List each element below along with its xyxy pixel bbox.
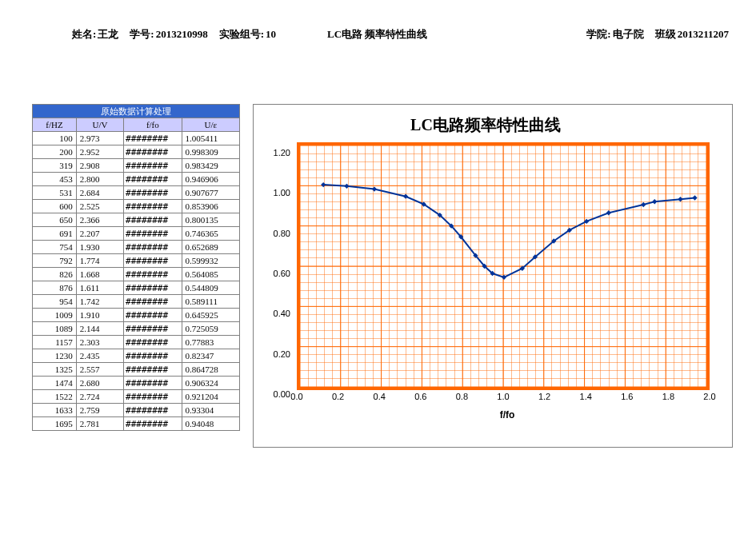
cell-ffo: ######## xyxy=(124,404,182,417)
cell-ffo: ######## xyxy=(124,159,182,173)
cell-uv: 2.724 xyxy=(76,390,123,404)
x-tick: 0.6 xyxy=(414,392,426,401)
cell-ue: 0.599932 xyxy=(182,254,239,268)
name-label: 姓名: xyxy=(72,27,96,42)
table-row: 14742.680########0.906324 xyxy=(33,377,240,390)
cell-fhz: 1633 xyxy=(33,404,77,417)
group-label: 实验组号: xyxy=(219,27,264,42)
cell-fhz: 1157 xyxy=(33,336,77,349)
cell-ffo: ######## xyxy=(124,213,182,227)
cell-ue: 0.921204 xyxy=(182,390,239,404)
cell-uv: 2.781 xyxy=(76,417,123,431)
cell-ue: 0.93304 xyxy=(182,404,239,417)
y-tick: 1.00 xyxy=(274,188,290,197)
cell-fhz: 531 xyxy=(33,186,77,200)
sid-value: 2013210998 xyxy=(156,28,208,41)
table-row: 4532.800########0.946906 xyxy=(33,173,240,186)
group-value: 10 xyxy=(266,28,276,41)
cell-ue: 0.864728 xyxy=(182,363,239,377)
cell-uv: 2.952 xyxy=(76,145,123,159)
table-row: 9541.742########0.589111 xyxy=(33,295,240,309)
cell-ffo: ######## xyxy=(124,336,182,349)
cell-uv: 2.366 xyxy=(76,213,123,227)
cell-ue: 0.906324 xyxy=(182,377,239,390)
cell-ffo: ######## xyxy=(124,322,182,336)
doc-title: LC电路 频率特性曲线 xyxy=(327,27,427,42)
col-ue: U/ε xyxy=(182,118,239,132)
cell-ue: 0.94048 xyxy=(182,417,239,431)
x-tick: 0.8 xyxy=(456,392,468,401)
y-tick: 0.00 xyxy=(274,389,290,399)
x-tick: 0.0 xyxy=(290,392,302,401)
cell-fhz: 650 xyxy=(33,213,77,227)
col-uv: U/V xyxy=(76,118,123,132)
cell-ue: 0.998309 xyxy=(182,145,239,159)
x-tick: 1.6 xyxy=(621,392,633,401)
table-row: 1002.973########1.005411 xyxy=(33,132,240,145)
cell-ue: 1.005411 xyxy=(182,132,239,145)
cell-ue: 0.983429 xyxy=(182,159,239,173)
page-header: 姓名: 王龙 学号: 2013210998 实验组号: 10 LC电路 频率特性… xyxy=(0,0,756,42)
y-tick: 0.80 xyxy=(274,229,290,238)
cell-ffo: ######## xyxy=(124,227,182,241)
cell-uv: 1.910 xyxy=(76,309,123,322)
main-content: 原始数据计算处理 f/HZ U/V f/fo U/ε 1002.973#####… xyxy=(0,42,756,448)
cell-ffo: ######## xyxy=(124,254,182,268)
cell-ue: 0.544809 xyxy=(182,281,239,295)
table-row: 15222.724########0.921204 xyxy=(33,390,240,404)
cell-fhz: 792 xyxy=(33,254,77,268)
cell-ffo: ######## xyxy=(124,363,182,377)
x-axis-ticks: 0.00.20.40.60.81.01.21.41.61.82.0 xyxy=(297,390,710,401)
cell-ue: 0.907677 xyxy=(182,186,239,200)
cell-ue: 0.746365 xyxy=(182,227,239,241)
x-tick: 1.4 xyxy=(580,392,592,401)
cell-fhz: 319 xyxy=(33,159,77,173)
class-value: 2013211207 xyxy=(678,28,729,41)
cell-ffo: ######## xyxy=(124,132,182,145)
cell-ffo: ######## xyxy=(124,377,182,390)
table-row: 8761.611########0.544809 xyxy=(33,281,240,295)
cell-fhz: 1089 xyxy=(33,322,77,336)
cell-ue: 0.800135 xyxy=(182,213,239,227)
x-tick: 0.4 xyxy=(374,392,386,401)
cell-uv: 2.144 xyxy=(76,322,123,336)
cell-ue: 0.82347 xyxy=(182,349,239,363)
college-value: 电子院 xyxy=(613,27,644,42)
table-row: 10892.144########0.725059 xyxy=(33,322,240,336)
cell-ffo: ######## xyxy=(124,173,182,186)
table-row: 6002.525########0.853906 xyxy=(33,200,240,213)
table-row: 2002.952########0.998309 xyxy=(33,145,240,159)
cell-ue: 0.564085 xyxy=(182,268,239,281)
x-tick: 2.0 xyxy=(703,392,715,401)
cell-fhz: 453 xyxy=(33,173,77,186)
cell-uv: 1.611 xyxy=(76,281,123,295)
cell-uv: 1.668 xyxy=(76,268,123,281)
y-axis-ticks: 0.000.200.400.600.801.001.20 xyxy=(254,149,294,397)
cell-uv: 2.435 xyxy=(76,349,123,363)
cell-fhz: 100 xyxy=(33,132,77,145)
cell-fhz: 1695 xyxy=(33,417,77,431)
table-section-header: 原始数据计算处理 xyxy=(33,105,240,118)
sid-label: 学号: xyxy=(130,27,154,42)
table-row: 11572.303########0.77883 xyxy=(33,336,240,349)
cell-ffo: ######## xyxy=(124,295,182,309)
x-tick: 1.0 xyxy=(497,392,509,401)
cell-ffo: ######## xyxy=(124,268,182,281)
data-table: 原始数据计算处理 f/HZ U/V f/fo U/ε 1002.973#####… xyxy=(32,104,240,431)
x-tick: 1.8 xyxy=(662,392,674,401)
cell-uv: 2.525 xyxy=(76,200,123,213)
cell-uv: 2.684 xyxy=(76,186,123,200)
cell-ffo: ######## xyxy=(124,390,182,404)
cell-uv: 2.973 xyxy=(76,132,123,145)
cell-uv: 1.742 xyxy=(76,295,123,309)
table-row: 8261.668########0.564085 xyxy=(33,268,240,281)
name-value: 王龙 xyxy=(98,27,118,42)
cell-ffo: ######## xyxy=(124,145,182,159)
table-row: 10091.910########0.645925 xyxy=(33,309,240,322)
cell-fhz: 1009 xyxy=(33,309,77,322)
cell-ue: 0.725059 xyxy=(182,322,239,336)
cell-ffo: ######## xyxy=(124,241,182,254)
table-row: 16952.781########0.94048 xyxy=(33,417,240,431)
cell-fhz: 826 xyxy=(33,268,77,281)
table-row: 7921.774########0.599932 xyxy=(33,254,240,268)
